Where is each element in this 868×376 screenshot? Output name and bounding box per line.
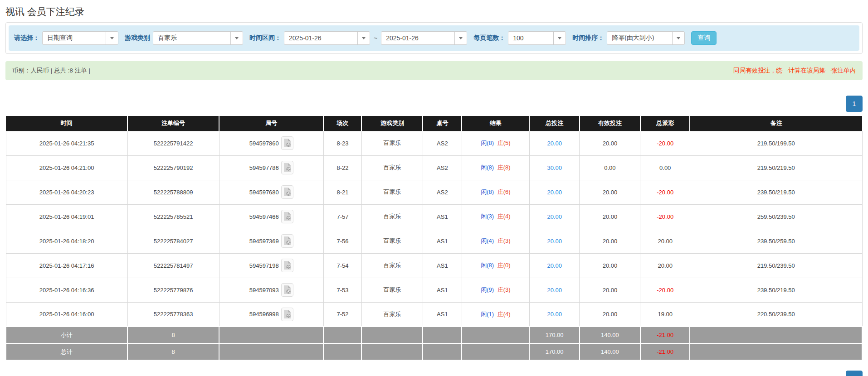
cell-table-no: AS1: [423, 204, 462, 229]
cell-game-type: 百家乐: [361, 131, 423, 155]
cell-remark: 219.50/219.50: [690, 155, 862, 180]
cell-valid-bet: 20.00: [580, 278, 640, 302]
cell-session: 7-54: [323, 253, 361, 278]
summary-count: 8: [127, 327, 219, 343]
pagination-page-1[interactable]: 1: [846, 96, 863, 112]
game-type-label: 游戏类别: [125, 34, 150, 42]
game-type-select[interactable]: 百家乐: [153, 31, 243, 45]
cell-bet-id: 522225778363: [127, 302, 219, 327]
column-header: 结果: [462, 116, 529, 131]
query-type-value: 日期查询: [47, 34, 73, 42]
cell-total-bet: 20.00: [529, 131, 579, 155]
total-bet-link[interactable]: 20.00: [547, 238, 562, 245]
query-type-select[interactable]: 日期查询: [42, 31, 118, 45]
summary-label: 小计: [6, 327, 127, 343]
video-replay-button[interactable]: [281, 185, 293, 199]
video-file-icon: [283, 260, 291, 270]
video-replay-button[interactable]: [281, 210, 293, 223]
video-file-icon: [283, 285, 291, 294]
result-banker: 庄(3): [497, 286, 511, 293]
cell-remark: 259.50/239.50: [690, 204, 862, 229]
round-id: 594597860: [249, 140, 279, 147]
summary-label: 总计: [6, 343, 127, 360]
cell-table-no: AS2: [423, 131, 462, 155]
result-player: 闲(8): [481, 188, 494, 195]
cell-valid-bet: 20.00: [580, 253, 640, 278]
cell-round: 594597369: [219, 229, 323, 253]
result-banker: 庄(5): [497, 140, 511, 146]
table-header: 时间注单编号局号场次游戏类别桌号结果总投注有效投注总派彩备注: [6, 116, 862, 131]
column-header: 有效投注: [580, 116, 640, 131]
round-id: 594597093: [249, 287, 279, 294]
cell-result: 闲(1) 庄(4): [462, 302, 529, 327]
cell-total-bet: 30.00: [529, 155, 579, 180]
cell-round: 594597093: [219, 278, 323, 302]
table-row: 2025-01-26 04:20:23 522225788809 5945976…: [6, 180, 862, 204]
cell-session: 8-23: [323, 131, 361, 155]
video-replay-button[interactable]: [281, 259, 293, 272]
chevron-down-icon: [672, 32, 684, 44]
summary-row: 总计 8 170.00 140.00 -21.00: [6, 343, 862, 360]
result-player: 闲(8): [481, 262, 494, 269]
cell-game-type: 百家乐: [361, 253, 423, 278]
summary-row: 小计 8 170.00 140.00 -21.00: [6, 327, 862, 343]
cell-game-type: 百家乐: [361, 229, 423, 253]
date-from-select[interactable]: 2025-01-26: [284, 31, 370, 45]
summary-count: 8: [127, 343, 219, 360]
cell-payout: -20.00: [640, 278, 690, 302]
pagination-page-1[interactable]: 1: [846, 371, 863, 376]
total-bet-link[interactable]: 30.00: [547, 164, 562, 171]
cell-time: 2025-01-26 04:20:23: [6, 180, 127, 204]
video-replay-button[interactable]: [281, 136, 293, 150]
cell-time: 2025-01-26 04:18:20: [6, 229, 127, 253]
cell-total-bet: 20.00: [529, 229, 579, 253]
pagination-top: 1: [5, 96, 863, 112]
video-file-icon: [283, 163, 291, 172]
cell-bet-id: 522225788809: [127, 180, 219, 204]
cell-remark: 239.50/219.50: [690, 180, 862, 204]
video-replay-button[interactable]: [281, 234, 293, 248]
page-size-select[interactable]: 100: [508, 31, 566, 45]
date-from-value: 2025-01-26: [289, 34, 322, 42]
date-to-select[interactable]: 2025-01-26: [381, 31, 467, 45]
cell-round: 594597466: [219, 204, 323, 229]
cell-session: 7-56: [323, 229, 361, 253]
filter-bar: 请选择： 日期查询 游戏类别 百家乐 时间区间： 2025-01-26 ~ 20…: [9, 25, 859, 51]
cell-table-no: AS1: [423, 253, 462, 278]
search-button[interactable]: 查询: [691, 31, 717, 45]
total-bet-link[interactable]: 20.00: [547, 189, 562, 196]
cell-session: 7-57: [323, 204, 361, 229]
cell-round: 594597680: [219, 180, 323, 204]
cell-valid-bet: 0.00: [580, 155, 640, 180]
cell-round: 594597860: [219, 131, 323, 155]
table-header-row: 时间注单编号局号场次游戏类别桌号结果总投注有效投注总派彩备注: [6, 116, 862, 131]
page-title: 视讯 会员下注纪录: [5, 5, 863, 18]
video-replay-button[interactable]: [281, 308, 293, 321]
table-row: 2025-01-26 04:18:20 522225784027 5945973…: [6, 229, 862, 253]
total-bet-link[interactable]: 20.00: [547, 262, 562, 269]
pagination-bottom: 1: [5, 371, 863, 376]
column-header: 时间: [6, 116, 127, 131]
table-row: 2025-01-26 04:21:00 522225790192 5945977…: [6, 155, 862, 180]
column-header: 总投注: [529, 116, 579, 131]
total-bet-link[interactable]: 20.00: [547, 287, 562, 294]
total-bet-link[interactable]: 20.00: [547, 311, 562, 318]
summary-bar: 币别：人民币 | 总共 :8 注单 | 同局有效投注，统一计算在该局第一张注单内: [5, 61, 863, 80]
chevron-down-icon: [230, 32, 243, 44]
result-player: 闲(4): [481, 237, 494, 244]
query-type-label: 请选择：: [14, 34, 39, 42]
cell-game-type: 百家乐: [361, 204, 423, 229]
video-replay-button[interactable]: [281, 161, 293, 174]
column-header: 场次: [323, 116, 361, 131]
summary-total-bet: 170.00: [529, 327, 579, 343]
cell-remark: 219.50/239.50: [690, 253, 862, 278]
video-replay-button[interactable]: [281, 283, 293, 297]
currency-total-text: 币别：人民币 | 总共 :8 注单 |: [12, 67, 90, 75]
result-banker: 庄(8): [497, 164, 511, 171]
total-bet-link[interactable]: 20.00: [547, 213, 562, 220]
total-bet-link[interactable]: 20.00: [547, 140, 562, 147]
video-file-icon: [283, 236, 291, 246]
cell-remark: 239.50/219.50: [690, 278, 862, 302]
summary-valid-bet: 140.00: [580, 343, 640, 360]
time-sort-select[interactable]: 降幂(由大到小): [607, 31, 685, 45]
